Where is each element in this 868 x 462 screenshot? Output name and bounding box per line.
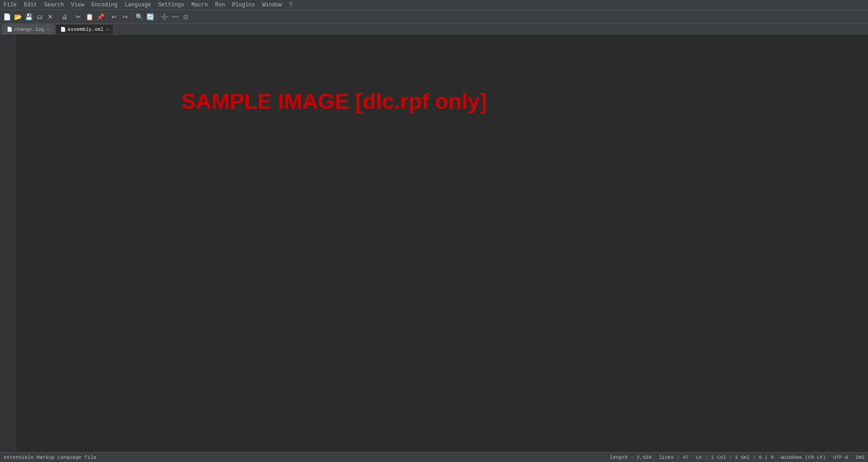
replace-button[interactable]: 🔄 — [145, 12, 155, 22]
position-label: Ln : 1 Col : 3 Sel : 0 | 0 — [696, 455, 774, 460]
new-button[interactable]: 📄 — [2, 12, 12, 22]
toolbar-sep-2 — [71, 13, 72, 21]
cut-button[interactable]: ✂ — [73, 12, 83, 22]
zoom-out-button[interactable]: ➖ — [170, 12, 180, 22]
eol-label: Windows (CR LF) — [781, 455, 826, 460]
close-button[interactable]: ✕ — [45, 12, 55, 22]
menu-plugins[interactable]: Plugins — [228, 1, 258, 9]
save-all-button[interactable]: 🗂 — [34, 12, 44, 22]
tab-assembly-xml-label: assembly.xml — [68, 27, 103, 32]
length-label: length : 2,528 — [610, 455, 651, 460]
toolbar-sep-1 — [57, 13, 58, 21]
menu-help[interactable]: ? — [286, 1, 296, 9]
tab-bar: 📄 change.log ✕ 📄 assembly.xml ✕ — [0, 24, 868, 34]
menu-edit[interactable]: Edit — [20, 1, 41, 9]
menu-settings[interactable]: Settings — [155, 1, 188, 9]
editor: SAMPLE IMAGE [dlc.rpf only] — [0, 34, 868, 452]
menu-language[interactable]: Language — [121, 1, 155, 9]
code-area[interactable] — [16, 34, 868, 452]
zoom-reset-button[interactable]: ⊙ — [181, 12, 191, 22]
tab-change-log-close[interactable]: ✕ — [47, 27, 49, 32]
menu-encoding[interactable]: Encoding — [88, 1, 121, 9]
redo-button[interactable]: ↪ — [120, 12, 130, 22]
toolbar-sep-4 — [132, 13, 132, 21]
find-button[interactable]: 🔍 — [134, 12, 144, 22]
toolbar: 📄 📂 💾 🗂 ✕ 🖨 ✂ 📋 📌 ↩ ↪ 🔍 🔄 ➕ ➖ ⊙ — [0, 10, 868, 24]
menu-search[interactable]: Search — [41, 1, 68, 9]
ins-label: INS — [855, 455, 864, 460]
menu-bar: File Edit Search View Encoding Language … — [0, 0, 868, 10]
menu-file[interactable]: File — [0, 1, 20, 9]
undo-button[interactable]: ↩ — [109, 12, 119, 22]
print-button[interactable]: 🖨 — [59, 12, 69, 22]
encoding-label: UTF-8 — [833, 455, 848, 460]
filetype-label: eXtensible Markup Language file — [4, 455, 97, 460]
toolbar-sep-3 — [107, 13, 107, 21]
status-right: length : 2,528 lines : 47 Ln : 1 Col : 3… — [610, 455, 864, 460]
menu-macro[interactable]: Macro — [188, 1, 211, 9]
tab-change-log-label: change.log — [14, 27, 44, 32]
tab-change-log[interactable]: 📄 change.log ✕ — [2, 24, 54, 34]
menu-run[interactable]: Run — [212, 1, 229, 9]
menu-view[interactable]: View — [68, 1, 88, 9]
tab-assembly-xml-close[interactable]: ✕ — [106, 27, 109, 32]
zoom-in-button[interactable]: ➕ — [159, 12, 169, 22]
tab-assembly-xml[interactable]: 📄 assembly.xml ✕ — [55, 24, 114, 34]
tab-assembly-xml-icon: 📄 — [60, 27, 66, 32]
toolbar-sep-5 — [157, 13, 157, 21]
copy-button[interactable]: 📋 — [84, 12, 94, 22]
status-left: eXtensible Markup Language file — [4, 455, 97, 460]
save-button[interactable]: 💾 — [24, 12, 34, 22]
open-button[interactable]: 📂 — [13, 12, 23, 22]
status-bar: eXtensible Markup Language file length :… — [0, 452, 868, 462]
tab-change-log-icon: 📄 — [7, 27, 12, 32]
menu-window[interactable]: Window — [259, 1, 286, 9]
lines-label: lines : 47 — [659, 455, 689, 460]
line-numbers — [0, 34, 16, 452]
paste-button[interactable]: 📌 — [95, 12, 105, 22]
